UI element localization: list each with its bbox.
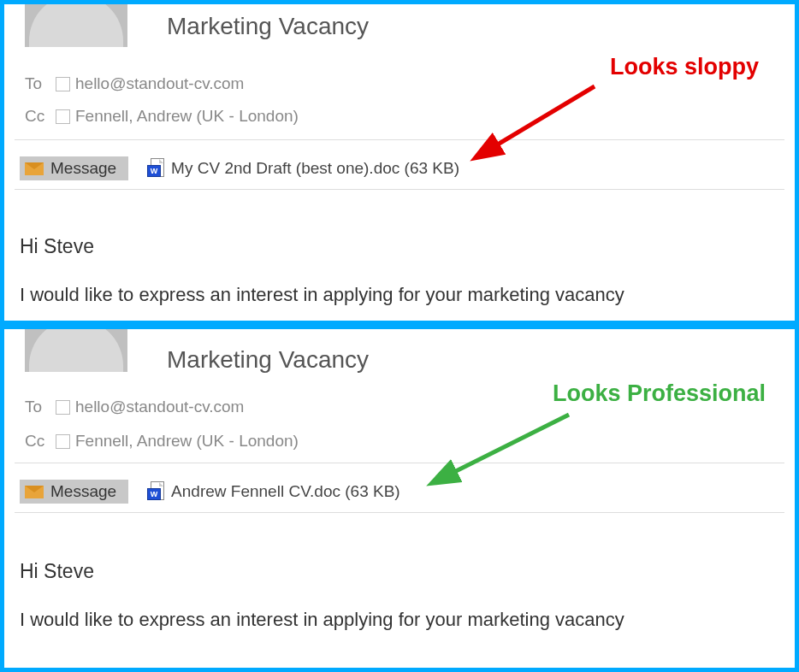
recipient-checkbox[interactable] [56, 400, 70, 415]
divider [15, 139, 784, 140]
cc-field: Cc Fennell, Andrew (UK - London) [25, 107, 299, 126]
divider [15, 189, 784, 190]
cc-field: Cc Fennell, Andrew (UK - London) [25, 432, 299, 451]
email-subject: Marketing Vacancy [167, 13, 369, 40]
recipient-checkbox[interactable] [56, 434, 70, 449]
email-body[interactable]: Hi Steve I would like to express an inte… [20, 560, 779, 631]
word-doc-icon: W [147, 158, 166, 179]
cc-label: Cc [25, 432, 56, 451]
cc-value[interactable]: Fennell, Andrew (UK - London) [75, 107, 299, 126]
email-subject: Marketing Vacancy [167, 346, 369, 374]
word-doc-icon: W [147, 481, 166, 502]
body-greeting: Hi Steve [20, 235, 779, 258]
cc-label: Cc [25, 107, 56, 126]
attachment-filename[interactable]: My CV 2nd Draft (best one).doc (63 KB) [171, 159, 459, 178]
body-line: I would like to express an interest in a… [20, 284, 779, 306]
recipient-checkbox[interactable] [56, 109, 70, 124]
svg-line-0 [492, 86, 595, 148]
attachment-row: Message W Andrew Fennell CV.doc (63 KB) [20, 480, 400, 504]
message-tab-label: Message [50, 482, 116, 501]
message-tab-label: Message [50, 159, 116, 178]
message-tab[interactable]: Message [20, 480, 128, 504]
divider [15, 512, 784, 513]
body-line: I would like to express an interest in a… [20, 609, 779, 631]
divider [15, 463, 784, 463]
attachment-row: Message W My CV 2nd Draft (best one).doc… [20, 156, 459, 180]
annotation-sloppy: Looks sloppy [610, 54, 759, 80]
message-tab[interactable]: Message [20, 156, 128, 180]
recipient-checkbox[interactable] [56, 77, 70, 91]
to-field: To hello@standout-cv.com [25, 74, 244, 93]
email-example-sloppy: Marketing Vacancy To hello@standout-cv.c… [0, 0, 799, 325]
attachment-filename[interactable]: Andrew Fennell CV.doc (63 KB) [171, 482, 400, 501]
avatar [25, 325, 145, 372]
to-value[interactable]: hello@standout-cv.com [75, 398, 244, 416]
to-value[interactable]: hello@standout-cv.com [75, 74, 244, 93]
envelope-icon [25, 486, 44, 498]
to-label: To [25, 74, 56, 93]
envelope-icon [25, 162, 44, 175]
avatar [25, 0, 145, 47]
cc-value[interactable]: Fennell, Andrew (UK - London) [75, 432, 299, 451]
annotation-professional: Looks Professional [553, 380, 766, 407]
to-label: To [25, 398, 56, 416]
to-field: To hello@standout-cv.com [25, 398, 244, 416]
body-greeting: Hi Steve [20, 560, 779, 583]
svg-line-1 [449, 415, 569, 475]
email-body[interactable]: Hi Steve I would like to express an inte… [20, 235, 779, 306]
email-example-professional: Marketing Vacancy To hello@standout-cv.c… [0, 325, 799, 672]
arrow-icon [441, 415, 586, 495]
arrow-icon [483, 86, 612, 167]
